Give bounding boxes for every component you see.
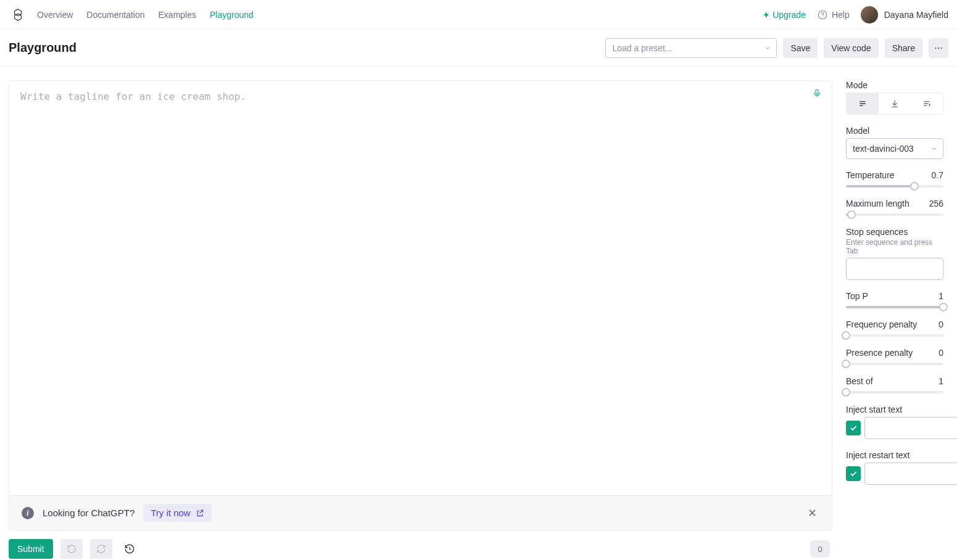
slider-thumb[interactable] <box>842 331 850 340</box>
avatar <box>861 6 878 23</box>
chevron-down-icon <box>764 44 771 52</box>
svg-point-3 <box>938 47 939 48</box>
stop-sublabel: Enter sequence and press Tab <box>846 238 943 255</box>
upgrade-label: Upgrade <box>773 10 806 20</box>
slider-thumb[interactable] <box>842 388 850 397</box>
inject-restart-input[interactable] <box>864 463 957 485</box>
banner-text: Looking for ChatGPT? <box>43 508 135 518</box>
nav-playground[interactable]: Playground <box>210 10 254 20</box>
frequency-penalty-setting: Frequency penalty 0 <box>846 319 943 337</box>
inject-restart-label: Inject restart text <box>846 450 943 460</box>
inject-restart-checkbox[interactable] <box>846 466 861 481</box>
insert-mode-icon <box>890 99 900 109</box>
mode-complete-button[interactable] <box>847 93 879 114</box>
svg-point-1 <box>822 16 822 17</box>
freq-label: Frequency penalty <box>846 319 917 329</box>
editor-footer: Submit 0 <box>9 530 832 560</box>
help-link[interactable]: Help <box>817 9 850 20</box>
stop-label: Stop sequences <box>846 227 943 237</box>
model-select[interactable]: text-davinci-003 <box>846 138 943 159</box>
top-p-slider[interactable] <box>846 306 943 308</box>
svg-point-2 <box>935 47 936 48</box>
refresh-icon <box>96 544 106 554</box>
user-menu[interactable]: Dayana Mayfield <box>861 6 948 23</box>
inject-start-label: Inject start text <box>846 405 943 414</box>
slider-thumb[interactable] <box>842 360 850 368</box>
temperature-label: Temperature <box>846 170 895 180</box>
stop-sequences-input[interactable] <box>846 258 943 280</box>
openai-logo-icon <box>11 8 25 22</box>
model-setting: Model text-davinci-003 <box>846 126 943 159</box>
close-icon: ✕ <box>808 507 817 519</box>
header-actions: Load a preset... Save View code Share <box>605 38 948 58</box>
microphone-icon[interactable] <box>812 88 822 98</box>
max-length-slider[interactable] <box>846 213 943 216</box>
temperature-setting: Temperature 0.7 <box>846 170 943 187</box>
max-length-value: 256 <box>929 199 943 208</box>
top-nav: Overview Documentation Examples Playgrou… <box>0 0 957 30</box>
help-icon <box>817 9 828 20</box>
slider-thumb[interactable] <box>910 182 919 191</box>
bolt-icon <box>763 10 770 19</box>
try-it-now-button[interactable]: Try it now <box>143 504 211 522</box>
nav-examples[interactable]: Examples <box>159 10 196 20</box>
inject-start-checkbox[interactable] <box>846 421 861 435</box>
mode-edit-button[interactable] <box>911 93 943 114</box>
main: i Looking for ChatGPT? Try it now ✕ Subm… <box>0 67 957 560</box>
user-name: Dayana Mayfield <box>884 10 948 20</box>
share-button[interactable]: Share <box>885 38 922 58</box>
model-label: Model <box>846 126 943 136</box>
submit-button[interactable]: Submit <box>9 539 53 559</box>
page-title: Playground <box>9 41 77 55</box>
more-icon <box>934 43 943 53</box>
bestof-value: 1 <box>938 376 943 386</box>
freq-slider[interactable] <box>846 334 943 337</box>
save-button[interactable]: Save <box>783 38 818 58</box>
undo-icon <box>67 544 77 554</box>
preset-select[interactable]: Load a preset... <box>605 38 777 58</box>
temperature-slider[interactable] <box>846 185 943 187</box>
regenerate-button[interactable] <box>90 539 112 559</box>
svg-rect-5 <box>816 89 818 94</box>
bestof-slider[interactable] <box>846 391 943 393</box>
complete-mode-icon <box>858 99 868 109</box>
slider-fill <box>846 185 914 187</box>
more-button[interactable] <box>929 38 948 58</box>
top-p-setting: Top P 1 <box>846 291 943 308</box>
settings-panel: Mode Model <box>832 67 957 560</box>
slider-thumb[interactable] <box>939 303 948 311</box>
check-icon <box>849 469 858 478</box>
mode-label: Mode <box>846 80 943 90</box>
external-link-icon <box>196 509 204 517</box>
freq-value: 0 <box>938 319 943 329</box>
nav-right: Upgrade Help Dayana Mayfield <box>763 6 948 23</box>
edit-mode-icon <box>922 99 932 109</box>
slider-thumb[interactable] <box>847 210 856 219</box>
slider-fill <box>846 306 943 308</box>
close-banner-button[interactable]: ✕ <box>805 504 819 522</box>
max-length-setting: Maximum length 256 <box>846 199 943 216</box>
inject-start-setting: Inject start text <box>846 405 943 439</box>
page-header: Playground Load a preset... Save View co… <box>0 30 957 67</box>
bestof-label: Best of <box>846 376 873 386</box>
upgrade-link[interactable]: Upgrade <box>763 10 806 20</box>
top-p-value: 1 <box>938 291 943 301</box>
history-button[interactable] <box>120 539 139 559</box>
nav-overview[interactable]: Overview <box>37 10 73 20</box>
chatgpt-banner: i Looking for ChatGPT? Try it now ✕ <box>9 495 832 530</box>
inject-start-input[interactable] <box>864 417 957 439</box>
model-value: text-davinci-003 <box>853 144 914 154</box>
undo-button[interactable] <box>60 539 83 559</box>
help-label: Help <box>832 10 850 20</box>
prompt-textarea[interactable] <box>9 81 832 495</box>
nav-documentation[interactable]: Documentation <box>86 10 144 20</box>
history-icon <box>124 543 135 554</box>
mode-segmented <box>846 93 943 115</box>
pres-slider[interactable] <box>846 363 943 365</box>
temperature-value: 0.7 <box>932 170 943 180</box>
chevron-down-icon <box>930 145 938 152</box>
token-count: 0 <box>810 540 830 558</box>
mode-setting: Mode <box>846 80 943 115</box>
view-code-button[interactable]: View code <box>824 38 878 58</box>
mode-insert-button[interactable] <box>879 93 911 114</box>
